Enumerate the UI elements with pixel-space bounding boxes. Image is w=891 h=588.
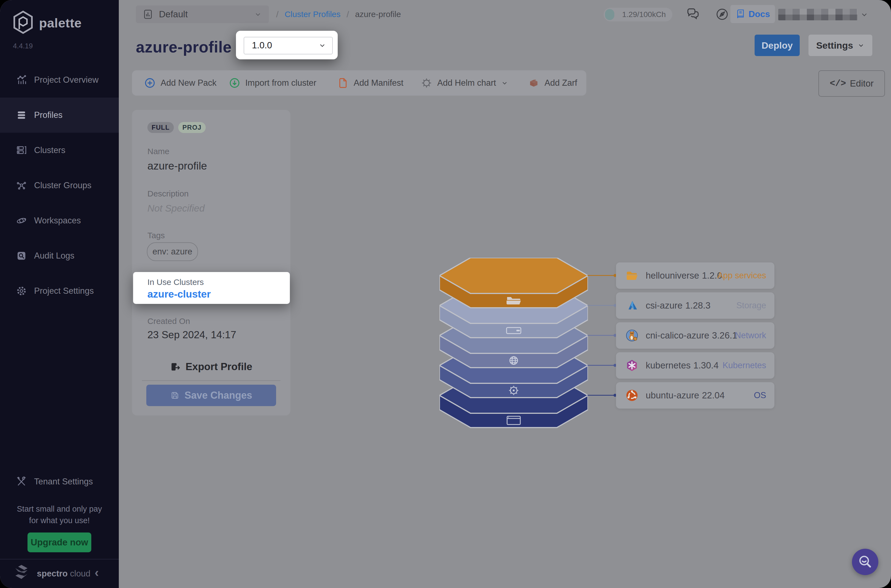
sidebar-item-profiles[interactable]: Profiles bbox=[0, 98, 119, 133]
zarf-package-icon bbox=[528, 77, 540, 89]
folder-icon bbox=[625, 269, 638, 282]
help-search-fab[interactable] bbox=[852, 549, 878, 575]
chevron-down-icon bbox=[318, 42, 326, 49]
calico-icon bbox=[625, 329, 638, 342]
orbit-icon bbox=[15, 214, 27, 226]
manifest-file-icon bbox=[337, 77, 349, 89]
sidebar-item-tenant-settings[interactable]: Tenant Settings bbox=[0, 464, 119, 499]
book-icon bbox=[735, 9, 745, 19]
description-value: Not Specified bbox=[147, 203, 205, 214]
created-on-value: 23 Sep 2024, 14:17 bbox=[147, 329, 236, 341]
pack-row-kubernetes[interactable]: kubernetes1.30.4 Kubernetes bbox=[616, 352, 774, 379]
add-manifest-button[interactable]: Add Manifest bbox=[337, 70, 403, 96]
settings-button[interactable]: Settings bbox=[808, 34, 872, 56]
pack-row-hellouniverse[interactable]: hellouniverse1.2.0 App services bbox=[616, 262, 774, 289]
azure-icon bbox=[625, 299, 638, 312]
upsell-text-line2: for what you use! bbox=[0, 516, 119, 525]
sidebar-item-workspaces[interactable]: Workspaces bbox=[0, 203, 119, 238]
usage-quota-pill: 1.29/100kCh bbox=[604, 8, 672, 21]
profile-toolbar: Add New Pack Import from cluster Add Man… bbox=[132, 70, 586, 96]
breadcrumb: / Cluster Profiles / azure-profile bbox=[276, 0, 401, 28]
user-chevron-down-icon[interactable] bbox=[860, 10, 868, 19]
gear-icon bbox=[15, 285, 27, 297]
add-helm-chart-button[interactable]: Add Helm chart bbox=[421, 70, 508, 96]
palette-logo-icon bbox=[12, 10, 34, 34]
import-circle-icon bbox=[229, 77, 240, 89]
app-frame: palette 4.4.19 Project Overview Profiles bbox=[0, 0, 891, 588]
tools-icon bbox=[15, 476, 27, 488]
pack-row-csi-azure[interactable]: csi-azure1.28.3 Storage bbox=[616, 292, 774, 319]
version-select[interactable]: 1.0.0 bbox=[244, 37, 333, 54]
save-icon bbox=[170, 391, 179, 400]
created-on-label: Created On bbox=[147, 316, 190, 326]
screenshot-root: palette 4.4.19 Project Overview Profiles bbox=[0, 0, 891, 588]
helm-icon bbox=[421, 77, 432, 89]
ubuntu-icon bbox=[625, 389, 638, 402]
connector-os bbox=[587, 395, 616, 396]
footer-brand: spectro cloud bbox=[37, 569, 90, 579]
sidebar-item-project-overview[interactable]: Project Overview bbox=[0, 62, 119, 98]
version-spotlight-card: 1.0.0 bbox=[236, 31, 338, 59]
search-fab-icon bbox=[857, 554, 873, 570]
connector-network bbox=[587, 335, 616, 336]
save-changes-button[interactable]: Save Changes bbox=[146, 385, 276, 406]
layers-icon bbox=[15, 109, 27, 121]
pack-row-ubuntu-azure[interactable]: ubuntu-azure22.04 OS bbox=[616, 382, 774, 409]
name-label: Name bbox=[147, 147, 169, 156]
compass-icon[interactable] bbox=[715, 7, 729, 21]
user-account-menu[interactable] bbox=[778, 9, 858, 20]
project-dashboard-icon bbox=[143, 9, 154, 20]
sidebar-item-audit-logs[interactable]: Audit Logs bbox=[0, 238, 119, 273]
connector-kubernetes bbox=[587, 365, 616, 366]
server-icon bbox=[15, 144, 27, 156]
deploy-button[interactable]: Deploy bbox=[755, 34, 800, 56]
chevron-down-icon bbox=[501, 80, 508, 87]
export-icon bbox=[170, 362, 181, 372]
tag-env-azure: env: azure bbox=[147, 242, 198, 261]
audit-magnifier-icon bbox=[15, 250, 27, 262]
editor-button[interactable]: </> Editor bbox=[819, 70, 885, 97]
card-divider bbox=[142, 380, 280, 381]
pack-row-cni-calico-azure[interactable]: cni-calico-azure3.26.1 Network bbox=[616, 322, 774, 349]
upsell-text-line1: Start small and only pay bbox=[0, 504, 119, 513]
sidebar-collapse-icon[interactable]: ‹ bbox=[95, 565, 99, 580]
bar-chart-icon bbox=[15, 74, 27, 86]
nodes-icon bbox=[15, 179, 27, 192]
project-selector[interactable]: Default bbox=[136, 6, 269, 23]
description-label: Description bbox=[147, 189, 189, 198]
profile-layer-stack bbox=[439, 258, 588, 428]
azure-cluster-link[interactable]: azure-cluster bbox=[147, 288, 211, 300]
sidebar-item-cluster-groups[interactable]: Cluster Groups bbox=[0, 168, 119, 203]
spectro-cloud-logo-icon bbox=[13, 564, 30, 580]
chat-icon[interactable] bbox=[685, 7, 701, 22]
badge-proj: PROJ bbox=[178, 122, 206, 133]
chevron-down-icon bbox=[858, 42, 865, 49]
stack-layer-app-services[interactable] bbox=[439, 258, 588, 308]
chevron-down-icon bbox=[254, 10, 262, 18]
profile-info-card: FULL PROJ Name azure-profile Description… bbox=[132, 110, 290, 416]
sidebar-item-clusters[interactable]: Clusters bbox=[0, 133, 119, 168]
in-use-clusters-spotlight: In Use Clusters azure-cluster bbox=[133, 272, 290, 304]
breadcrumb-cluster-profiles-link[interactable]: Cluster Profiles bbox=[284, 10, 340, 19]
export-profile-button[interactable]: Export Profile bbox=[132, 358, 290, 376]
sidebar-footer-divider bbox=[0, 559, 119, 560]
page-title: azure-profile bbox=[136, 38, 232, 56]
import-from-cluster-button[interactable]: Import from cluster bbox=[229, 70, 316, 96]
plus-circle-icon bbox=[144, 77, 156, 89]
connector-app-services bbox=[587, 275, 616, 276]
code-icon: </> bbox=[830, 79, 846, 89]
add-new-pack-button[interactable]: Add New Pack bbox=[144, 70, 217, 96]
tags-label: Tags bbox=[147, 231, 165, 240]
sidebar-item-project-settings[interactable]: Project Settings bbox=[0, 273, 119, 309]
badge-full: FULL bbox=[147, 122, 174, 133]
add-zarf-button[interactable]: Add Zarf bbox=[528, 70, 577, 96]
upgrade-now-button[interactable]: Upgrade now bbox=[27, 532, 91, 552]
app-version: 4.4.19 bbox=[13, 42, 33, 50]
connector-storage bbox=[587, 305, 616, 306]
helm-face-icon bbox=[509, 386, 518, 395]
kubernetes-icon bbox=[625, 359, 638, 372]
sidebar: palette 4.4.19 Project Overview Profiles bbox=[0, 0, 119, 588]
brand-name: palette bbox=[39, 15, 82, 30]
docs-button[interactable]: Docs bbox=[730, 5, 775, 23]
in-use-clusters-label: In Use Clusters bbox=[147, 278, 204, 287]
